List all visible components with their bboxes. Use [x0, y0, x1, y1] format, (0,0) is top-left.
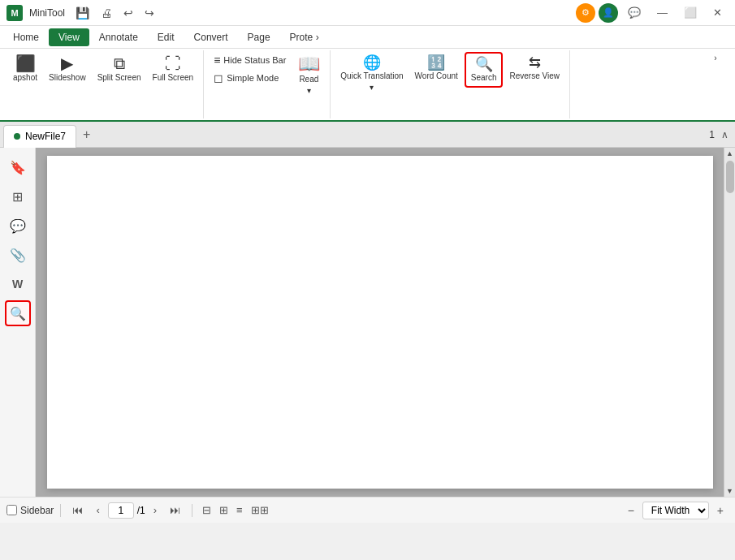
- full-screen-button[interactable]: ⛶ Full Screen: [148, 52, 199, 86]
- screenshot-button[interactable]: ⬛ apshot: [8, 52, 42, 86]
- page-input[interactable]: [108, 502, 134, 519]
- sidebar-checkbox[interactable]: [6, 505, 17, 515]
- slideshow-button[interactable]: ▶ Slideshow: [44, 52, 91, 86]
- tab-page-number: 1: [709, 129, 718, 140]
- zoom-select[interactable]: Fit Width Fit Page 50% 75% 100% 125% 150…: [642, 502, 709, 519]
- view-scroll-button[interactable]: ≡: [233, 502, 246, 518]
- scroll-thumb[interactable]: [726, 161, 734, 193]
- sidebar-toggle[interactable]: Sidebar: [6, 505, 54, 516]
- ribbon-status-small: ≡ Hide Status Bar ◻ Simple Mode: [209, 52, 291, 86]
- simple-mode-button[interactable]: ◻ Simple Mode: [209, 70, 291, 86]
- scroll-track: [724, 159, 735, 485]
- menu-page[interactable]: Page: [238, 28, 280, 46]
- chat-button[interactable]: 💬: [621, 3, 647, 22]
- title-bar: M MiniTool 💾 🖨 ↩ ↪ ⚙ 👤 💬 — ⬜ ✕: [0, 0, 735, 26]
- simple-mode-icon: ◻: [214, 71, 223, 84]
- collapse-icon: ›: [714, 54, 716, 62]
- ribbon-view-items: ⬛ apshot ▶ Slideshow ⧉ Split Screen ⛶ Fu…: [8, 52, 198, 117]
- ribbon-collapse-button[interactable]: ›: [699, 50, 732, 66]
- separator-2: [192, 504, 192, 517]
- save-button[interactable]: 💾: [71, 4, 93, 22]
- document-page: [47, 156, 713, 489]
- ribbon-group-status: ≡ Hide Status Bar ◻ Simple Mode 📖 Read ▾: [204, 50, 331, 118]
- sidebar-pages-button[interactable]: ⊞: [5, 183, 31, 209]
- word-count-button[interactable]: 🔢 Word Count: [410, 52, 463, 84]
- split-screen-icon: ⧉: [114, 55, 125, 71]
- tab-chevron-up[interactable]: ∧: [718, 126, 732, 144]
- user-avatar[interactable]: 👤: [599, 3, 618, 23]
- minimize-button[interactable]: —: [651, 3, 674, 22]
- zoom-area: − Fit Width Fit Page 50% 75% 100% 125% 1…: [623, 502, 729, 519]
- hide-status-bar-button[interactable]: ≡ Hide Status Bar: [209, 52, 291, 68]
- slideshow-icon: ▶: [61, 55, 73, 71]
- search-ribbon-button[interactable]: 🔍 Search: [465, 52, 504, 88]
- scroll-up-button[interactable]: ▲: [724, 148, 736, 159]
- tab-add-button[interactable]: +: [76, 124, 97, 145]
- view-double-button[interactable]: ⊞: [216, 502, 231, 518]
- sidebar-search-button[interactable]: 🔍: [5, 300, 31, 326]
- nav-next-button[interactable]: ›: [149, 502, 162, 518]
- title-bar-left: M MiniTool 💾 🖨 ↩ ↪: [6, 4, 158, 22]
- menu-convert[interactable]: Convert: [184, 28, 238, 46]
- read-icon: 📖: [298, 55, 320, 73]
- main-area: 🔖 ⊞ 💬 📎 W 🔍 ▲ ▼: [0, 148, 735, 497]
- menu-home[interactable]: Home: [3, 28, 49, 46]
- ribbon-status-items: ≡ Hide Status Bar ◻ Simple Mode 📖 Read ▾: [209, 52, 325, 117]
- zoom-out-button[interactable]: −: [623, 502, 639, 519]
- app-title: MiniTool: [29, 7, 65, 19]
- full-screen-icon: ⛶: [165, 55, 181, 71]
- nav-first-button[interactable]: ⏮: [67, 502, 88, 518]
- document-area: [36, 148, 724, 497]
- sidebar: 🔖 ⊞ 💬 📎 W 🔍: [0, 148, 36, 497]
- ribbon-tools-items: 🌐 Quick Translation ▾ 🔢 Word Count 🔍 Sea…: [335, 52, 564, 117]
- search-ribbon-icon: 🔍: [475, 57, 493, 71]
- view-single-button[interactable]: ⊟: [199, 502, 214, 518]
- menu-edit[interactable]: Edit: [148, 28, 184, 46]
- sidebar-bookmark-button[interactable]: 🔖: [5, 154, 31, 180]
- menu-view[interactable]: View: [49, 28, 89, 46]
- sidebar-word-button[interactable]: W: [5, 271, 31, 297]
- menu-bar: Home View Annotate Edit Convert Page Pro…: [0, 26, 735, 49]
- page-navigation: ⏮ ‹ /1 › ⏭: [67, 502, 185, 519]
- tab-label: NewFile7: [25, 131, 66, 142]
- sidebar-attachments-button[interactable]: 📎: [5, 242, 31, 268]
- ribbon: ⬛ apshot ▶ Slideshow ⧉ Split Screen ⛶ Fu…: [0, 49, 735, 122]
- total-pages: /1: [137, 505, 145, 516]
- read-button[interactable]: 📖 Read ▾: [292, 52, 325, 99]
- split-screen-button[interactable]: ⧉ Split Screen: [93, 52, 146, 86]
- menu-annotate[interactable]: Annotate: [89, 28, 148, 46]
- title-bar-controls: ⚙ 👤 💬 — ⬜ ✕: [576, 3, 729, 23]
- quick-access-toolbar: 💾 🖨 ↩ ↪: [71, 4, 158, 22]
- view-mode-icons: ⊟ ⊞ ≡ ⊞⊞: [199, 502, 272, 518]
- reverse-view-icon: ⇆: [529, 55, 541, 70]
- tab-bar: NewFile7 + 1 ∧: [0, 122, 735, 148]
- word-count-icon: 🔢: [427, 55, 445, 70]
- hide-status-bar-icon: ≡: [214, 54, 220, 67]
- tab-newfile7[interactable]: NewFile7: [3, 125, 76, 148]
- redo-button[interactable]: ↪: [141, 4, 158, 22]
- scroll-down-button[interactable]: ▼: [724, 485, 736, 497]
- ribbon-group-tools: 🌐 Quick Translation ▾ 🔢 Word Count 🔍 Sea…: [331, 50, 570, 118]
- vertical-scrollbar[interactable]: ▲ ▼: [724, 148, 735, 497]
- nav-last-button[interactable]: ⏭: [165, 502, 185, 518]
- nav-prev-button[interactable]: ‹: [91, 502, 104, 518]
- menu-prote[interactable]: Prote ›: [280, 28, 329, 46]
- reverse-view-button[interactable]: ⇆ Reverse View: [504, 52, 564, 84]
- app-logo: M: [6, 5, 23, 21]
- ribbon-group-view: ⬛ apshot ▶ Slideshow ⧉ Split Screen ⛶ Fu…: [3, 50, 204, 118]
- maximize-button[interactable]: ⬜: [677, 3, 703, 22]
- sidebar-comments-button[interactable]: 💬: [5, 213, 31, 239]
- print-button[interactable]: 🖨: [97, 4, 116, 22]
- quick-translation-button[interactable]: 🌐 Quick Translation ▾: [335, 52, 408, 96]
- screenshot-icon: ⬛: [15, 55, 36, 71]
- view-spread-button[interactable]: ⊞⊞: [248, 502, 272, 518]
- notification-icon[interactable]: ⚙: [576, 3, 595, 23]
- separator-1: [60, 504, 61, 517]
- undo-button[interactable]: ↩: [119, 4, 137, 22]
- tab-dot: [14, 133, 20, 140]
- quick-translation-icon: 🌐: [363, 55, 381, 70]
- status-bar: Sidebar ⏮ ‹ /1 › ⏭ ⊟ ⊞ ≡ ⊞⊞ − Fit Width …: [0, 497, 735, 523]
- close-button[interactable]: ✕: [707, 3, 729, 22]
- zoom-in-button[interactable]: +: [712, 502, 729, 519]
